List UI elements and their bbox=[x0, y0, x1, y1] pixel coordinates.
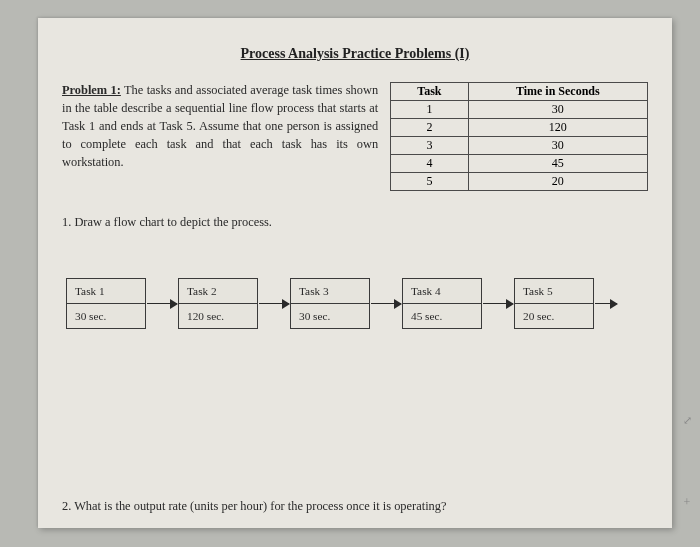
arrow-icon bbox=[147, 303, 177, 304]
flow-box-1: Task 1 30 sec. bbox=[66, 278, 146, 329]
cell-task: 4 bbox=[391, 155, 468, 173]
problem-paragraph: Problem 1: The tasks and associated aver… bbox=[62, 82, 378, 172]
question-1: 1. Draw a flow chart to depict the proce… bbox=[62, 215, 648, 230]
cell-time: 45 bbox=[468, 155, 647, 173]
table-row: 3 30 bbox=[391, 137, 648, 155]
flow-time: 120 sec. bbox=[179, 304, 257, 328]
page-title: Process Analysis Practice Problems (I) bbox=[62, 46, 648, 62]
col-time: Time in Seconds bbox=[468, 83, 647, 101]
flow-box-5: Task 5 20 sec. bbox=[514, 278, 594, 329]
cell-task: 1 bbox=[391, 101, 468, 119]
cell-task: 2 bbox=[391, 119, 468, 137]
cell-time: 30 bbox=[468, 137, 647, 155]
table-row: 2 120 bbox=[391, 119, 648, 137]
arrow-icon bbox=[259, 303, 289, 304]
plus-icon[interactable]: + bbox=[680, 495, 694, 509]
problem-label: Problem 1: bbox=[62, 83, 121, 97]
document-page: Process Analysis Practice Problems (I) P… bbox=[38, 18, 672, 528]
table-row: 4 45 bbox=[391, 155, 648, 173]
arrow-icon bbox=[483, 303, 513, 304]
cell-time: 120 bbox=[468, 119, 647, 137]
cell-task: 3 bbox=[391, 137, 468, 155]
question-2: 2. What is the output rate (units per ho… bbox=[62, 499, 446, 514]
table-header-row: Task Time in Seconds bbox=[391, 83, 648, 101]
flow-time: 30 sec. bbox=[67, 304, 145, 328]
table-row: 1 30 bbox=[391, 101, 648, 119]
flow-name: Task 2 bbox=[179, 279, 257, 304]
task-time-table: Task Time in Seconds 1 30 2 120 3 30 4 4… bbox=[390, 82, 648, 191]
cell-task: 5 bbox=[391, 173, 468, 191]
flow-time: 20 sec. bbox=[515, 304, 593, 328]
arrow-icon bbox=[371, 303, 401, 304]
flow-time: 45 sec. bbox=[403, 304, 481, 328]
flow-name: Task 3 bbox=[291, 279, 369, 304]
flow-chart: Task 1 30 sec. Task 2 120 sec. Task 3 30… bbox=[66, 278, 648, 329]
flow-box-3: Task 3 30 sec. bbox=[290, 278, 370, 329]
flow-box-4: Task 4 45 sec. bbox=[402, 278, 482, 329]
col-task: Task bbox=[391, 83, 468, 101]
top-row: Problem 1: The tasks and associated aver… bbox=[62, 82, 648, 191]
flow-name: Task 1 bbox=[67, 279, 145, 304]
table-row: 5 20 bbox=[391, 173, 648, 191]
flow-time: 30 sec. bbox=[291, 304, 369, 328]
flow-name: Task 4 bbox=[403, 279, 481, 304]
expand-icon[interactable]: ⤢ bbox=[680, 413, 694, 427]
cell-time: 30 bbox=[468, 101, 647, 119]
flow-name: Task 5 bbox=[515, 279, 593, 304]
flow-box-2: Task 2 120 sec. bbox=[178, 278, 258, 329]
arrow-icon bbox=[595, 303, 617, 304]
cell-time: 20 bbox=[468, 173, 647, 191]
